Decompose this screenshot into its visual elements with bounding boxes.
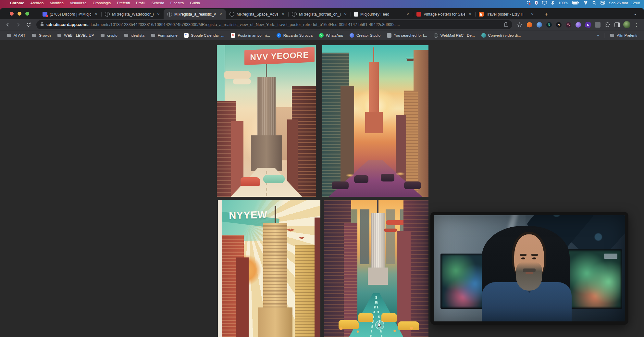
nordvpn-extension-icon[interactable]: N (545, 20, 553, 29)
menu-clock[interactable]: Sab 25 mar 12:08 (609, 1, 640, 5)
bookmark-label: WEB - LEVEL-UP (64, 33, 94, 37)
bookmark-folder-formazione[interactable]: Formazione (148, 32, 180, 39)
poster-top-right-image[interactable] (322, 45, 428, 197)
menu-item-cronologia[interactable]: Cronologia (93, 1, 111, 5)
bookmark-folder-ai-art[interactable]: AI ART (4, 32, 28, 39)
poster-bottom-left-image[interactable]: NYYEW (218, 200, 320, 337)
close-tab-icon[interactable]: × (280, 12, 286, 17)
red-site-favicon (416, 12, 421, 17)
purple-s-extension-icon[interactable]: S (584, 20, 592, 29)
menu-item-scheda[interactable]: Scheda (152, 1, 164, 5)
battery-icon[interactable] (572, 1, 579, 5)
menu-item-preferiti[interactable]: Preferiti (117, 1, 130, 5)
bookmark-google-calendar[interactable]: 31Google Calendar -... (181, 32, 228, 39)
metamask-extension-icon[interactable] (525, 20, 534, 29)
tab-vintage-posters[interactable]: Vintage Posters for Sale | × (413, 9, 475, 19)
close-tab-icon[interactable]: × (218, 12, 223, 17)
menu-item-archivio[interactable]: Archivio (30, 1, 43, 5)
close-window-button[interactable] (10, 12, 14, 16)
fullscreen-window-button[interactable] (25, 12, 29, 16)
bookmark-whatsapp[interactable]: WhatsApp (316, 32, 346, 39)
bookmark-label: You searched for I... (394, 33, 427, 37)
bookmarks-overflow-chevron[interactable]: » (594, 31, 601, 39)
tab-space-adventure[interactable]: MRregista_Space_Advent × (226, 9, 288, 19)
profile-avatar[interactable] (623, 20, 631, 29)
menu-item-visualizza[interactable]: Visualizza (70, 1, 87, 5)
grid-extension-icon[interactable] (593, 20, 602, 29)
screen-record-icon[interactable] (526, 1, 531, 5)
wifi-icon[interactable] (583, 1, 588, 5)
minimize-window-button[interactable] (18, 12, 21, 16)
pill-utility-icon[interactable] (535, 1, 538, 5)
url-text: cdn.discordapp.com /attachments/10135123… (46, 22, 502, 27)
menu-item-modifica[interactable]: Modifica (50, 1, 64, 5)
address-bar[interactable]: cdn.discordapp.com /attachments/10135123… (36, 20, 512, 29)
headlight-glow (346, 174, 354, 177)
extensions-puzzle-button[interactable] (603, 20, 612, 29)
new-tab-button[interactable]: + (543, 11, 550, 18)
bookmark-converti-video[interactable]: Converti i video di... (478, 32, 524, 39)
tab-discord[interactable]: (2765) Discord | @Midjou × (39, 9, 101, 19)
bookmark-folder-growth[interactable]: Growth (29, 32, 54, 39)
side-panel-button[interactable] (613, 20, 621, 29)
purple-circle-icon (576, 22, 581, 28)
bookmark-folder-crypto[interactable]: crypto (97, 32, 120, 39)
close-tab-icon[interactable]: × (530, 12, 535, 17)
bookmark-creator-studio[interactable]: Creator Studio (347, 32, 383, 39)
helicopter (407, 59, 414, 61)
tab-realistic-view-active[interactable]: MRregista_a_realistic_vie × (164, 9, 226, 19)
monitor-window (604, 254, 617, 259)
forward-button[interactable] (14, 20, 23, 29)
close-tab-icon[interactable]: × (156, 12, 161, 17)
bookmark-folder-web-level-up[interactable]: WEB - LEVEL-UP (54, 32, 97, 39)
folder-icon (57, 33, 62, 38)
close-tab-icon[interactable]: × (343, 12, 348, 17)
bookmark-other-favorites[interactable]: Altri Preferiti (607, 32, 640, 39)
bookmark-label: AI ART (14, 33, 25, 37)
bookmark-gmail-inbox[interactable]: MPosta in arrivo - ri... (228, 32, 273, 39)
password-key-extension-icon[interactable] (564, 20, 573, 29)
globe-favicon (292, 12, 297, 17)
close-tab-icon[interactable]: × (93, 12, 99, 17)
macos-menu-bar: Chrome Archivio Modifica Visualizza Cron… (0, 0, 644, 6)
bookmark-webmail-pec[interactable]: WebMail PEC - De... (431, 32, 478, 39)
screen: Chrome Archivio Modifica Visualizza Cron… (0, 0, 644, 337)
tab-portrait[interactable]: MRregista_portrait_on_a_ × (288, 9, 351, 19)
menu-item-chrome[interactable]: Chrome (10, 1, 24, 5)
padlock-icon[interactable] (40, 22, 44, 28)
tab-search-chevron-icon[interactable]: ⌄ (634, 11, 637, 16)
display-icon[interactable] (542, 1, 547, 5)
menu-item-guida[interactable]: Guida (190, 1, 200, 5)
back-button[interactable] (3, 20, 12, 29)
poster-top-left-image[interactable]: NVV YEOORE (217, 45, 316, 197)
bluetooth-icon[interactable] (551, 1, 554, 5)
chrome-menu-button[interactable]: ⋮ (632, 20, 641, 29)
chrome-window: (2765) Discord | @Midjou × MRregista_Wat… (0, 8, 644, 337)
spotlight-icon[interactable] (592, 1, 596, 5)
tab-etsy[interactable]: E Travel poster - Etsy IT × (475, 9, 538, 19)
dark-extension-icon[interactable]: H (554, 20, 563, 29)
blue-extension-icon[interactable] (535, 20, 543, 29)
folder-icon (151, 33, 155, 38)
menu-item-profili[interactable]: Profili (136, 1, 145, 5)
tab-watercolor[interactable]: MRregista_Watercolor_Pa × (101, 9, 164, 19)
share-icon[interactable] (504, 22, 508, 28)
bookmark-folder-idealista[interactable]: idealista (121, 32, 147, 39)
bookmark-you-searched[interactable]: You searched for I... (384, 32, 430, 39)
tab-midjourney-feed[interactable]: Midjourney Feed × (351, 9, 413, 19)
reload-button[interactable] (24, 20, 33, 29)
menu-item-finestra[interactable]: Finestra (170, 1, 184, 5)
close-tab-icon[interactable]: × (405, 12, 410, 17)
bookmark-facebook-profile[interactable]: fRiccardo Scrocca (274, 32, 316, 39)
cloud (224, 71, 251, 79)
webcam-overlay (430, 212, 628, 325)
whatsapp-icon (319, 33, 324, 38)
control-center-icon[interactable] (601, 1, 605, 5)
red-car (241, 177, 260, 186)
poster-bottom-right-image[interactable] (324, 200, 428, 337)
bookmark-star-icon[interactable] (515, 20, 524, 29)
purple-extension-icon[interactable] (574, 20, 582, 29)
close-tab-icon[interactable]: × (467, 12, 473, 17)
vignette (434, 215, 625, 321)
tab-strip: (2765) Discord | @Midjou × MRregista_Wat… (0, 8, 644, 19)
